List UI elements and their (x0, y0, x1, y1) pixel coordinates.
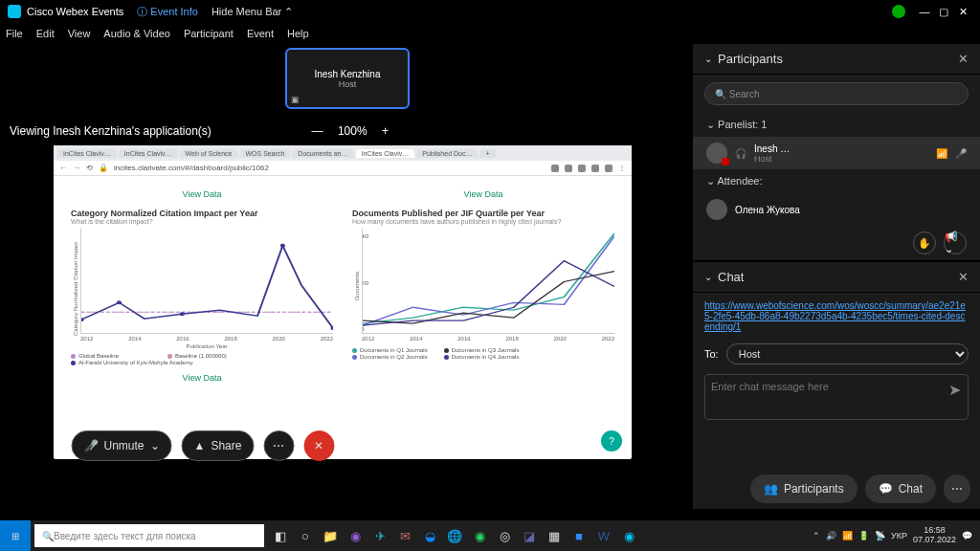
chart-title-left: Category Normalized Citation Impact per … (71, 209, 333, 218)
taskbar-clock[interactable]: 16:5807.07.2022 (913, 526, 956, 545)
participants-search[interactable]: 🔍 Search (704, 82, 969, 105)
recording-icon (722, 158, 729, 165)
browser-tab[interactable]: InCites Claviv… (57, 149, 117, 158)
view-data-link[interactable]: View Data (71, 189, 333, 199)
chat-icon: 💬 (879, 482, 893, 496)
close-panel-button[interactable]: ✕ (958, 270, 969, 284)
chat-recipient-select[interactable]: Host (726, 343, 969, 364)
chart-subtitle-right: How many documents have authors publishe… (352, 218, 614, 225)
extension-icon[interactable] (591, 165, 599, 172)
webex-icon[interactable]: ◉ (616, 523, 641, 548)
menu-participant[interactable]: Participant (184, 28, 234, 39)
zoom-in-button[interactable]: + (382, 124, 389, 138)
chat-toggle-button[interactable]: 💬Chat (865, 474, 936, 503)
svg-point-3 (180, 312, 185, 316)
nav-forward-icon[interactable]: → (73, 164, 80, 172)
send-button[interactable]: ➤ (941, 375, 968, 419)
avatar (706, 199, 727, 220)
extension-icon[interactable] (551, 165, 559, 172)
nav-reload-icon[interactable]: ⟲ (86, 164, 93, 172)
hide-menu-bar[interactable]: Hide Menu Bar ⌃ (212, 6, 293, 18)
x-ticks-left: 201220142016201820202022 (80, 334, 333, 343)
nav-back-icon[interactable]: ← (59, 164, 67, 172)
whatsapp-icon[interactable]: ◉ (467, 523, 492, 548)
new-tab-button[interactable]: + (479, 149, 495, 158)
browser-tab[interactable]: WOS Search (240, 149, 291, 158)
browser-menu-icon[interactable]: ⋮ (618, 164, 626, 172)
network-icon[interactable]: 📶 (842, 531, 853, 540)
address-bar[interactable]: incites.clarivate.com/#/dashboard/public… (114, 164, 546, 172)
more-panels-button[interactable]: ⋯ (944, 474, 970, 503)
legend-right: Documents in Q1 JournalsDocuments in Q3 … (352, 347, 614, 360)
menu-file[interactable]: File (6, 28, 23, 39)
reactions-button[interactable]: 📢⌄ (944, 231, 967, 254)
view-data-link[interactable]: View Data (71, 373, 333, 383)
event-info-link[interactable]: ⓘ Event Info (137, 5, 198, 19)
task-view-icon[interactable]: ◧ (268, 523, 293, 548)
chrome-icon[interactable]: 🌐 (442, 523, 467, 548)
minimize-button[interactable]: — (915, 6, 934, 17)
cortana-icon[interactable]: ○ (293, 523, 318, 548)
people-icon: 👥 (764, 482, 778, 496)
edge-icon[interactable]: ◒ (417, 523, 442, 548)
close-button[interactable]: ✕ (953, 6, 972, 18)
close-panel-button[interactable]: ✕ (958, 52, 969, 66)
browser-tab[interactable]: Web of Science (180, 149, 238, 158)
y-axis-label-right: Documents (352, 229, 362, 343)
volume-icon[interactable]: 🔊 (826, 531, 836, 540)
app-title: Cisco Webex Events (27, 6, 123, 17)
menu-view[interactable]: View (68, 28, 91, 39)
tray-chevron-icon[interactable]: ⌃ (813, 531, 820, 540)
thumbnail-name: Inesh Kenzhina (315, 69, 381, 79)
chevron-down-icon[interactable]: ⌄ (706, 175, 715, 187)
telegram-icon[interactable]: ✈ (368, 523, 392, 548)
chevron-down-icon[interactable]: ⌄ (706, 119, 715, 130)
video-thumbnail[interactable]: Inesh Kenzhina Host ▣ (285, 48, 410, 109)
chat-link[interactable]: https://www.webofscience.com/wos/woscc/s… (704, 300, 966, 332)
browser-tab[interactable]: Published Doc… (416, 149, 478, 158)
extension-icon[interactable] (605, 165, 612, 172)
browser-tab-active[interactable]: InCites Claviv… (356, 149, 415, 158)
chat-message-input[interactable] (705, 375, 941, 419)
menu-audio-video[interactable]: Audio & Video (103, 28, 170, 39)
menu-help[interactable]: Help (287, 28, 309, 39)
unmute-button[interactable]: 🎤̸Unmute⌄ (72, 430, 172, 461)
zoom-out-button[interactable]: — (312, 124, 323, 138)
zoom-icon[interactable]: ■ (567, 523, 591, 548)
browser-tab[interactable]: InCites Claviv… (119, 149, 178, 158)
extension-icon[interactable] (565, 165, 572, 172)
menu-edit[interactable]: Edit (36, 28, 55, 39)
participants-toggle-button[interactable]: 👥Participants (750, 474, 858, 503)
taskbar-search[interactable]: 🔍 Введите здесь текст для поиска (34, 524, 264, 547)
start-button[interactable]: ⊞ (0, 520, 31, 551)
view-data-link[interactable]: View Data (352, 189, 614, 199)
notifications-icon[interactable]: 💬 (962, 531, 972, 540)
chevron-down-icon[interactable]: ⌄ (150, 439, 160, 452)
help-badge-icon[interactable]: ? (601, 430, 622, 452)
more-options-button[interactable]: ⋯ (263, 430, 294, 461)
participant-role: Host (754, 154, 928, 164)
raise-hand-button[interactable]: ✋ (913, 231, 936, 254)
chevron-down-icon[interactable]: ⌄ (704, 272, 712, 282)
app-icon[interactable]: ▦ (542, 523, 567, 548)
teams-icon[interactable]: ◪ (517, 523, 542, 548)
chart-subtitle-left: What is the citation impact? (71, 218, 333, 225)
word-icon[interactable]: W (591, 523, 616, 548)
extension-icon[interactable] (578, 165, 586, 172)
language-indicator[interactable]: УКР (891, 531, 907, 540)
leave-button[interactable]: ✕ (303, 430, 334, 461)
obs-icon[interactable]: ◎ (492, 523, 517, 548)
battery-icon[interactable]: 🔋 (858, 531, 869, 540)
avatar (706, 143, 727, 164)
mail-icon[interactable]: ✉ (392, 523, 417, 548)
share-button[interactable]: ▲Share (182, 430, 255, 461)
participant-row[interactable]: 🎧 Inesh …Host 📶 🎤 (693, 137, 980, 169)
participant-row[interactable]: Олена Жукова (693, 193, 980, 226)
chevron-down-icon[interactable]: ⌄ (704, 54, 712, 64)
viber-icon[interactable]: ◉ (343, 523, 368, 548)
maximize-button[interactable]: ▢ (934, 6, 953, 18)
menu-event[interactable]: Event (247, 28, 274, 39)
explorer-icon[interactable]: 📁 (318, 523, 343, 548)
wifi-icon[interactable]: 📡 (875, 531, 885, 540)
browser-tab[interactable]: Documents an… (292, 149, 353, 158)
